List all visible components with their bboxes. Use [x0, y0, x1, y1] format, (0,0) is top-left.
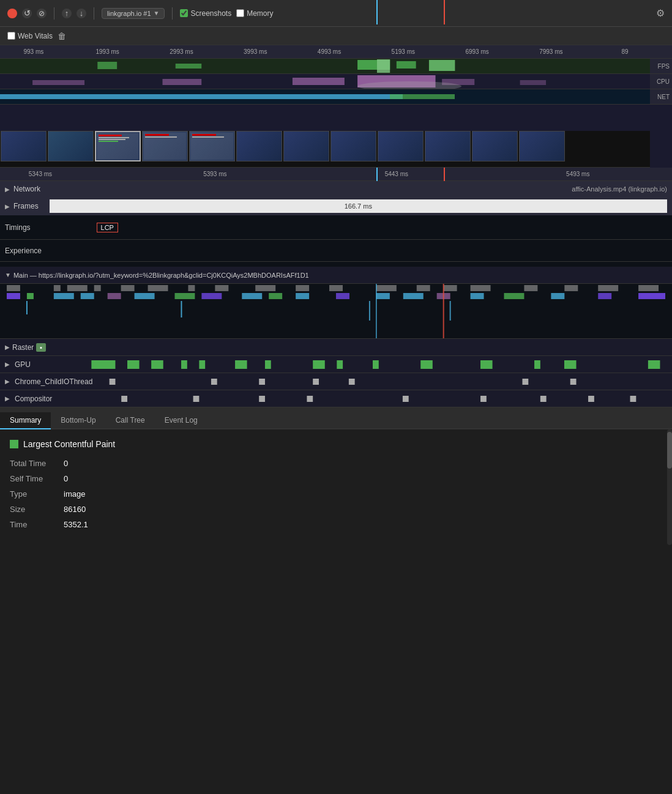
raster-row[interactable]: ▶ Raster ▪: [0, 339, 672, 356]
overview-tracks: [0, 59, 650, 105]
svg-rect-60: [127, 360, 140, 369]
network-label: Network: [13, 185, 40, 193]
memory-checkbox[interactable]: [236, 9, 244, 17]
svg-rect-0: [9, 10, 15, 17]
svg-rect-51: [598, 293, 611, 299]
svg-rect-26: [417, 285, 430, 291]
svg-rect-62: [181, 360, 187, 369]
svg-rect-68: [373, 360, 379, 369]
compositor-expand-icon: ▶: [5, 395, 10, 402]
screenshot-strip: [0, 131, 650, 168]
svg-rect-40: [201, 293, 222, 299]
tick-1993: 1993 ms: [95, 48, 119, 55]
ztick-5443: 5443 ms: [385, 171, 408, 177]
main-thread-label: Main — https://linkgraph.io/?utm_keyword…: [13, 272, 309, 279]
svg-rect-82: [193, 396, 200, 402]
frames-label: Frames: [13, 202, 39, 210]
net-bar-main: [0, 94, 403, 99]
screenshot-3: [95, 131, 141, 161]
svg-rect-14: [7, 285, 20, 291]
experience-section: Experience: [0, 240, 672, 262]
block-icon[interactable]: ⊘: [37, 9, 47, 18]
tab-summary[interactable]: Summary: [0, 412, 51, 429]
scroll-thumb[interactable]: [667, 432, 672, 469]
svg-rect-75: [211, 379, 217, 385]
web-vitals-label: Web Vitals: [18, 32, 53, 40]
svg-rect-21: [215, 285, 228, 291]
settings-icon[interactable]: ⚙: [656, 7, 665, 19]
screenshot-2: [48, 131, 94, 161]
size-row: Size 86160: [10, 505, 662, 514]
total-time-value: 0: [64, 459, 68, 468]
screenshot-4: [142, 131, 188, 161]
screenshot-7: [283, 131, 329, 161]
divider3: [172, 7, 173, 20]
svg-rect-12: [520, 80, 546, 85]
svg-rect-25: [376, 285, 397, 291]
compositor-label: Compositor: [15, 395, 52, 403]
svg-rect-20: [188, 285, 195, 291]
fps-label: FPS: [650, 59, 672, 74]
svg-rect-43: [296, 293, 309, 299]
upload-icon[interactable]: ↑: [62, 9, 72, 18]
tab-bottom-up[interactable]: Bottom-Up: [51, 412, 105, 429]
spacer: [0, 262, 672, 267]
svg-rect-15: [54, 285, 61, 291]
summary-title-row: Largest Contentful Paint: [10, 439, 662, 449]
compositor-row[interactable]: ▶ Compositor: [0, 390, 672, 407]
track-labels: FPS CPU NET: [650, 59, 672, 105]
screenshot-10: [425, 131, 471, 161]
tick-7993: 7993 ms: [539, 48, 562, 55]
svg-rect-50: [551, 293, 564, 299]
total-time-row: Total Time 0: [10, 459, 662, 468]
web-vitals-checkbox[interactable]: [7, 32, 15, 40]
main-thread-header[interactable]: ▼ Main — https://linkgraph.io/?utm_keywo…: [0, 267, 672, 284]
memory-label: Memory: [247, 9, 273, 18]
screenshot-8: [330, 131, 376, 161]
svg-rect-80: [570, 379, 577, 385]
gpu-expand-icon: ▶: [5, 361, 10, 368]
recording-selector[interactable]: linkgraph.io #1 ▼: [102, 8, 165, 19]
screenshots-checkbox-wrapper[interactable]: Screenshots: [180, 9, 231, 18]
download-icon[interactable]: ↓: [77, 9, 86, 18]
svg-rect-67: [337, 360, 343, 369]
tab-call-tree[interactable]: Call Tree: [106, 412, 155, 429]
gpu-row[interactable]: ▶ GPU: [0, 356, 672, 373]
frame-duration: 166.7 ms: [345, 202, 372, 210]
tick-6993: 6993 ms: [465, 48, 488, 55]
tab-event-log[interactable]: Event Log: [155, 412, 207, 429]
screenshots-checkbox[interactable]: [180, 9, 188, 17]
svg-rect-35: [54, 293, 74, 299]
frames-panel-header[interactable]: ▶ Frames 166.7 ms: [0, 197, 672, 215]
svg-rect-31: [598, 285, 618, 291]
svg-rect-46: [403, 293, 424, 299]
stop-icon[interactable]: [7, 9, 17, 18]
screenshots-label: Screenshots: [190, 9, 231, 18]
screenshot-9: [378, 131, 424, 161]
trash-icon[interactable]: 🗑: [58, 31, 66, 41]
raster-expand-icon: ▶: [5, 344, 10, 351]
svg-rect-2: [176, 64, 201, 69]
frames-expand-icon: ▶: [5, 203, 10, 210]
svg-rect-5: [429, 60, 455, 71]
svg-rect-7: [32, 80, 84, 85]
svg-rect-33: [7, 293, 20, 299]
tick-4993: 4993 ms: [318, 48, 341, 55]
svg-rect-16: [67, 285, 88, 291]
network-panel-header[interactable]: ▶ Network affic-Analysis.mp4 (linkgraph.…: [0, 181, 672, 197]
web-vitals-checkbox-wrapper[interactable]: Web Vitals: [7, 32, 53, 40]
svg-rect-6: [377, 59, 390, 73]
red-marker-line: [444, 168, 445, 181]
svg-rect-86: [480, 396, 487, 402]
svg-rect-65: [265, 360, 271, 369]
raster-text: Raster: [12, 343, 34, 352]
chrome-io-row[interactable]: ▶ Chrome_ChildIOThread: [0, 373, 672, 390]
memory-checkbox-wrapper[interactable]: Memory: [236, 9, 273, 18]
reload-icon[interactable]: ↺: [22, 9, 32, 18]
web-vitals-bar: Web Vitals 🗑: [0, 27, 672, 45]
chrome-io-bars: [73, 377, 672, 386]
frame-block: 166.7 ms: [50, 199, 667, 213]
svg-rect-66: [313, 360, 325, 369]
scroll-track[interactable]: [667, 429, 672, 545]
fps-track: [0, 59, 650, 74]
